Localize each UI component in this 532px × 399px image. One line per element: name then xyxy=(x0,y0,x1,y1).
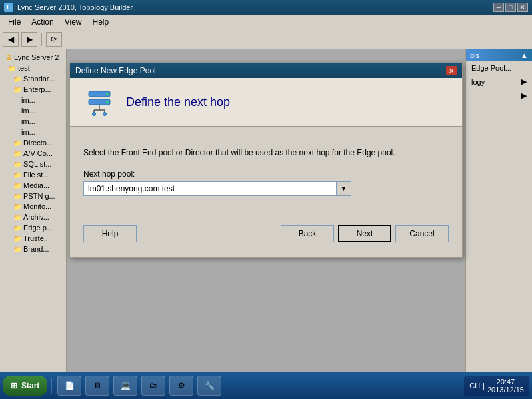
folder-icon-file: 📁 xyxy=(13,171,21,179)
sidebar-item-lync-server[interactable]: 🖥 Lync Server 2 xyxy=(0,52,66,63)
dialog-content: Define the next hop Select the Front End… xyxy=(70,78,462,257)
sidebar-item-test[interactable]: 📁 test xyxy=(0,63,66,73)
dialog-header-icon xyxy=(83,86,115,118)
svg-point-9 xyxy=(103,113,107,116)
taskbar-app-icon-5: ⚙ xyxy=(178,381,185,390)
sidebar-label-trusted: Truste... xyxy=(23,234,50,242)
toolbar: ◀ ▶ ⟳ xyxy=(0,29,532,49)
folder-icon-3: 📁 xyxy=(13,75,21,83)
taskbar-divider-1 xyxy=(51,378,52,394)
sidebar-item-edge[interactable]: 📁 Edge p... xyxy=(0,222,66,233)
select-dropdown-button[interactable]: ▼ xyxy=(337,181,351,196)
next-button[interactable]: Next xyxy=(338,225,391,242)
menu-help[interactable]: Help xyxy=(87,16,115,28)
folder-icon-av: 📁 xyxy=(13,150,21,157)
close-button[interactable]: ✕ xyxy=(517,3,528,12)
sidebar-label-standard: Standar... xyxy=(23,75,55,83)
sidebar-label-im1: im... xyxy=(21,96,35,104)
sidebar-label-lync-server: Lync Server 2 xyxy=(14,53,59,61)
sidebar-item-sql[interactable]: 📁 SQL st... xyxy=(0,159,66,169)
sidebar-item-av[interactable]: 📁 A/V Co... xyxy=(0,148,66,159)
taskbar-app-icon-4: 🗂 xyxy=(149,381,157,390)
taskbar-app-2[interactable]: 🖥 xyxy=(85,376,109,396)
sidebar-label-file: File st... xyxy=(23,171,49,179)
sidebar-item-enterprise[interactable]: 📁 Enterp... xyxy=(0,84,66,95)
dialog-close-button[interactable]: ✕ xyxy=(446,66,457,75)
right-panel-topology[interactable]: logy ▶ xyxy=(466,75,532,89)
menu-view[interactable]: View xyxy=(59,16,87,28)
taskbar-app-icon-6: 🔧 xyxy=(205,381,215,390)
taskbar-app-6[interactable]: 🔧 xyxy=(197,376,221,396)
taskbar-app-4[interactable]: 🗂 xyxy=(141,376,165,396)
next-hop-select-display[interactable]: lm01.shenyong.com test xyxy=(83,181,337,196)
sidebar-label-im4: im... xyxy=(21,128,35,136)
folder-icon-monitor: 📁 xyxy=(13,203,21,210)
sidebar-label-brand: Brand... xyxy=(23,245,49,253)
sidebar-item-archiv[interactable]: 📁 Archiv... xyxy=(0,212,66,222)
menu-bar: File Action View Help xyxy=(0,15,532,29)
help-button[interactable]: Help xyxy=(83,225,137,242)
sidebar-label-test: test xyxy=(18,64,30,72)
title-bar-controls[interactable]: ─ □ ✕ xyxy=(493,3,528,12)
folder-icon-edge: 📁 xyxy=(13,224,21,232)
sidebar-item-im2[interactable]: im... xyxy=(0,105,66,116)
taskbar-app-icon-1: 📄 xyxy=(65,381,75,390)
start-button[interactable]: ⊞ Start xyxy=(3,376,47,396)
sidebar-label-pstn: PSTN g... xyxy=(23,192,55,200)
folder-icon: 🖥 xyxy=(5,54,12,61)
content-panel: Define New Edge Pool ✕ xyxy=(67,49,465,372)
back-button[interactable]: Back xyxy=(281,225,334,242)
sidebar-label-av: A/V Co... xyxy=(23,149,53,157)
right-panel-arrow-1: ▶ xyxy=(521,77,527,86)
minimize-button[interactable]: ─ xyxy=(493,3,504,12)
taskbar-app-1[interactable]: 📄 xyxy=(57,376,81,396)
svg-point-8 xyxy=(93,113,96,116)
dialog-header: Define the next hop xyxy=(70,78,462,127)
sidebar-label-archiv: Archiv... xyxy=(23,213,49,221)
taskbar-app-icon-3: 💻 xyxy=(121,381,131,390)
menu-action[interactable]: Action xyxy=(26,16,59,28)
folder-icon-media: 📁 xyxy=(13,182,21,189)
sidebar-label-im3: im... xyxy=(21,117,35,125)
right-panel-header: ols ▲ xyxy=(466,49,532,61)
main-area: 🖥 Lync Server 2 📁 test 📁 Standar... 📁 En… xyxy=(0,49,532,372)
refresh-button[interactable]: ⟳ xyxy=(46,32,62,47)
sidebar-item-standard[interactable]: 📁 Standar... xyxy=(0,73,66,84)
back-button[interactable]: ◀ xyxy=(3,32,19,47)
forward-button[interactable]: ▶ xyxy=(21,32,37,47)
right-panel-arrow-2: ▶ xyxy=(521,91,527,100)
sidebar-item-im3[interactable]: im... xyxy=(0,116,66,127)
taskbar-app-3[interactable]: 💻 xyxy=(113,376,137,396)
sidebar-label-edge: Edge p... xyxy=(23,224,53,232)
sidebar-item-trusted[interactable]: 📁 Truste... xyxy=(0,233,66,244)
sidebar-label-im2: im... xyxy=(21,107,35,115)
taskbar-app-icon-2: 🖥 xyxy=(93,381,101,390)
sidebar-item-im1[interactable]: im... xyxy=(0,95,66,105)
sidebar-item-pstn[interactable]: 📁 PSTN g... xyxy=(0,191,66,201)
right-panel-collapse[interactable]: ▲ xyxy=(521,51,528,59)
menu-file[interactable]: File xyxy=(3,16,26,28)
right-panel: ols ▲ Edge Pool... logy ▶ ▶ xyxy=(465,49,532,372)
sidebar-item-media[interactable]: 📁 Media... xyxy=(0,180,66,191)
sidebar-label-director: Directo... xyxy=(23,139,53,147)
dialog-footer: Help Back Next Cancel xyxy=(83,216,449,246)
title-bar-left: L Lync Server 2010, Topology Builder xyxy=(4,3,133,12)
sidebar-item-director[interactable]: 📁 Directo... xyxy=(0,137,66,148)
sidebar-item-monitor[interactable]: 📁 Monito... xyxy=(0,201,66,212)
next-hop-select-wrapper: lm01.shenyong.com test ▼ xyxy=(83,181,449,196)
window-title: Lync Server 2010, Topology Builder xyxy=(17,3,133,11)
right-panel-edge-pool[interactable]: Edge Pool... xyxy=(466,61,532,75)
right-panel-item-3[interactable]: ▶ xyxy=(466,89,532,103)
svg-point-3 xyxy=(106,101,109,103)
maximize-button[interactable]: □ xyxy=(505,3,516,12)
taskbar-app-5[interactable]: ⚙ xyxy=(169,376,193,396)
folder-icon-pstn: 📁 xyxy=(13,193,21,200)
sidebar-item-brand[interactable]: 📁 Brand... xyxy=(0,244,66,254)
sidebar-item-im4[interactable]: im... xyxy=(0,127,66,137)
cancel-button[interactable]: Cancel xyxy=(395,225,449,242)
title-bar: L Lync Server 2010, Topology Builder ─ □… xyxy=(0,0,532,15)
taskbar-separator: | xyxy=(483,382,485,390)
topology-icon xyxy=(83,86,115,118)
sidebar-item-file[interactable]: 📁 File st... xyxy=(0,169,66,180)
windows-icon: ⊞ xyxy=(11,381,17,390)
